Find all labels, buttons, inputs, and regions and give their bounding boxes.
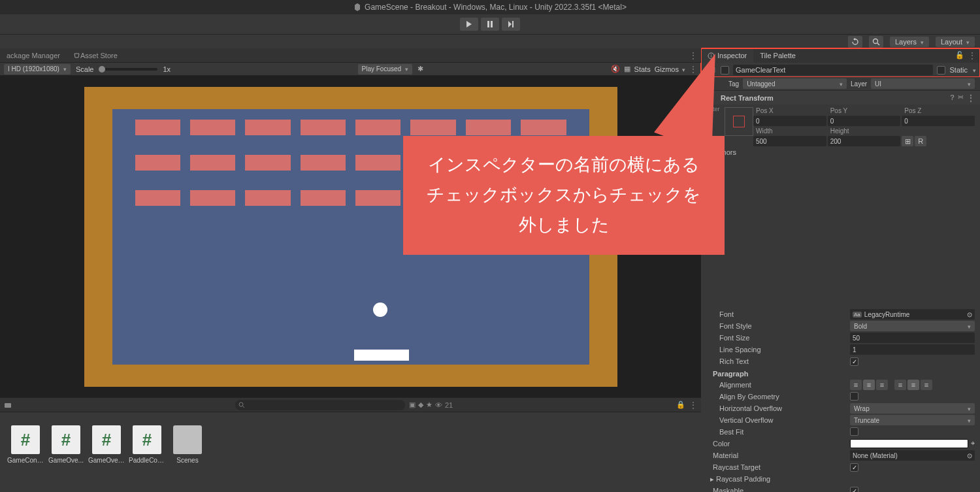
play-mode-dropdown[interactable]: Play Focused: [358, 64, 413, 74]
asset-item[interactable]: #PaddleCon...: [131, 425, 163, 464]
posz-input[interactable]: 0: [902, 116, 975, 126]
aspect-icon[interactable]: ▦: [624, 65, 630, 73]
asset-store-icon: [73, 52, 80, 59]
filter-by-label-icon[interactable]: ◆: [418, 401, 423, 409]
callout-line: インスペクターの名前の横にある: [427, 150, 701, 180]
font-size-input[interactable]: 50: [850, 333, 975, 343]
filter-by-type-icon[interactable]: ▣: [409, 401, 416, 409]
svg-rect-0: [487, 21, 489, 27]
asset-label: GameOver...: [88, 457, 125, 464]
favorite-icon[interactable]: ★: [426, 401, 433, 409]
scale-value: 1x: [163, 65, 171, 73]
tab-tile-palette[interactable]: Tile Palette: [753, 48, 802, 63]
raycast-padding-foldout[interactable]: ▸ Raycast Padding: [710, 475, 841, 484]
width-input[interactable]: 500: [753, 136, 826, 146]
line-spacing-input[interactable]: 1: [850, 344, 975, 355]
align-geometry-checkbox[interactable]: [850, 392, 858, 401]
asset-label: PaddleCon...: [129, 457, 165, 464]
eyedropper-icon[interactable]: ⌖: [971, 439, 975, 448]
raycast-target-checkbox[interactable]: [850, 463, 858, 472]
rect-transform-header[interactable]: Rect Transform ?⎶: [701, 90, 980, 105]
anchors-foldout[interactable]: ▸ chors: [713, 148, 843, 157]
search-global-icon[interactable]: [869, 36, 883, 48]
font-field[interactable]: AaLegacyRuntime⊙: [850, 309, 975, 320]
inspector-panel: iInspector Tile Palette 🔓 GameClearText …: [701, 48, 980, 492]
font-style-dropdown[interactable]: Bold: [850, 321, 975, 331]
tag-dropdown[interactable]: Untagged: [743, 78, 847, 89]
project-search-input[interactable]: [235, 400, 405, 410]
asset-label: Scenes: [169, 457, 206, 464]
mute-audio-icon[interactable]: 🔇: [611, 65, 620, 73]
resolution-dropdown[interactable]: I HD (1920x1080): [4, 64, 71, 74]
asset-item[interactable]: #GameCont...: [9, 425, 42, 464]
asset-item[interactable]: #GameOve...: [50, 425, 82, 464]
asset-item[interactable]: Scenes: [171, 425, 204, 464]
svg-line-7: [242, 406, 244, 408]
color-field[interactable]: [850, 439, 968, 448]
layout-dropdown[interactable]: Layout: [936, 37, 975, 47]
step-button[interactable]: [502, 18, 520, 31]
breadcrumb-icon: [4, 401, 12, 409]
svg-line-4: [877, 43, 879, 45]
maskable-checkbox[interactable]: [850, 487, 858, 493]
play-button[interactable]: [460, 18, 478, 31]
game-panel-tabs: ackage Manager Asset Store: [0, 48, 701, 63]
height-input[interactable]: 200: [828, 136, 901, 146]
asset-item[interactable]: #GameOver...: [90, 425, 123, 464]
static-dropdown[interactable]: [972, 66, 976, 74]
paddle: [354, 350, 409, 361]
game-view-toolbar: I HD (1920x1080) Scale 1x Play Focused ✱…: [0, 63, 701, 76]
v-overflow-dropdown[interactable]: Truncate: [850, 415, 975, 425]
asset-label: GameCont...: [7, 457, 44, 464]
help-icon[interactable]: ?: [950, 93, 955, 103]
paragraph-header: Paragraph: [701, 367, 980, 379]
scale-slider[interactable]: [99, 68, 157, 71]
folder-icon: [173, 425, 202, 454]
top-toolbar: Layers Layout: [0, 34, 980, 48]
layers-dropdown[interactable]: Layers: [890, 37, 929, 47]
static-label: Static: [949, 66, 968, 74]
project-panel: ▣ ◆ ★ 👁 21 🔒 #GameCont...#GameOve...#Gam…: [0, 397, 701, 492]
unity-logo-icon: [353, 3, 361, 11]
pause-button[interactable]: [481, 18, 499, 31]
gameobject-name-input[interactable]: GameClearText: [733, 65, 933, 75]
tab-asset-store[interactable]: Asset Store: [67, 48, 124, 62]
tab-package-manager[interactable]: ackage Manager: [0, 48, 67, 62]
layer-dropdown[interactable]: UI: [871, 78, 975, 89]
bug-icon[interactable]: ✱: [417, 65, 423, 73]
panel-menu-icon[interactable]: [689, 401, 697, 410]
tag-layer-row: Tag Untagged Layer UI: [701, 77, 980, 90]
panel-menu-icon[interactable]: [968, 51, 976, 60]
hidden-icon[interactable]: 👁: [435, 401, 442, 409]
window-title-bar: GameScene - Breakout - Windows, Mac, Lin…: [0, 0, 980, 14]
svg-point-3: [873, 39, 877, 43]
posy-input[interactable]: 0: [828, 116, 901, 126]
best-fit-checkbox[interactable]: [850, 427, 858, 436]
layer-label: Layer: [851, 80, 867, 88]
asset-label: GameOve...: [48, 457, 84, 464]
svg-point-6: [239, 402, 243, 406]
material-field[interactable]: None (Material)⊙: [850, 450, 975, 461]
lock-icon[interactable]: 🔒: [676, 401, 685, 409]
preset-icon[interactable]: ⎶: [958, 93, 963, 103]
lock-icon[interactable]: 🔓: [955, 51, 964, 60]
static-checkbox[interactable]: [937, 66, 945, 74]
script-icon: #: [52, 425, 80, 454]
script-icon: #: [92, 425, 121, 454]
anchor-preset-button[interactable]: [725, 107, 753, 136]
blueprint-mode-icon[interactable]: ⊞: [902, 136, 913, 146]
h-overflow-dropdown[interactable]: Wrap: [850, 403, 975, 414]
raw-edit-icon[interactable]: R: [915, 136, 926, 146]
svg-rect-1: [491, 21, 493, 27]
posx-input[interactable]: 0: [753, 116, 826, 126]
alignment-buttons[interactable]: ≡≡≡≡≡≡: [850, 380, 975, 390]
ball: [373, 303, 387, 317]
annotation-callout: インスペクターの名前の横にある チェックボックスからチェックを 外しました: [403, 136, 725, 255]
component-menu-icon[interactable]: [967, 93, 975, 103]
window-title: GameScene - Breakout - Windows, Mac, Lin…: [365, 3, 627, 12]
rich-text-checkbox[interactable]: [850, 357, 858, 366]
script-icon: #: [11, 425, 40, 454]
undo-history-icon[interactable]: [848, 36, 862, 48]
brick-row: [135, 120, 566, 135]
stats-button[interactable]: Stats: [634, 65, 651, 73]
